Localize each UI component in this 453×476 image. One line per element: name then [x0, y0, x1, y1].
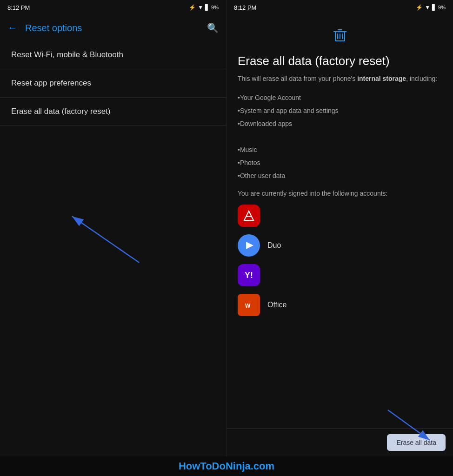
svg-text:W: W: [245, 303, 251, 309]
bullet-system: •System and app data and settings: [238, 104, 442, 117]
bottom-wrapper: Erase all data: [226, 428, 453, 456]
account-yahoo: Y!: [238, 264, 442, 286]
status-icons-left: ⚡ ▼ ▋ 9%: [189, 4, 219, 11]
search-icon[interactable]: 🔍: [207, 22, 219, 33]
menu-list: Reset Wi-Fi, mobile & Bluetooth Reset ap…: [0, 41, 226, 126]
erase-description: This will erase all data from your phone…: [238, 74, 442, 84]
signal-icon-right: ▋: [432, 4, 436, 11]
erase-all-data-button[interactable]: Erase all data: [387, 434, 446, 451]
signal-icon: ▋: [205, 4, 209, 11]
time-right: 8:12 PM: [234, 4, 256, 11]
right-panel: 8:12 PM ⚡ ▼ ▋ 9% Erase a: [226, 0, 453, 456]
left-panel: 8:12 PM ⚡ ▼ ▋ 9% ← Reset options 🔍 Reset…: [0, 0, 226, 456]
account-duo: Duo: [238, 234, 442, 257]
desc-plain: This will erase all data from your phone…: [238, 75, 357, 82]
bullet-userdata: •Other user data: [238, 169, 442, 182]
status-bar-right: 8:12 PM ⚡ ▼ ▋ 9%: [226, 0, 453, 15]
battery-left: 9%: [211, 5, 219, 10]
duo-icon: [238, 234, 260, 257]
back-button[interactable]: ←: [7, 22, 18, 34]
time-left: 8:12 PM: [7, 4, 30, 11]
bottom-bar: Erase all data: [226, 428, 453, 456]
wifi-icon-right: ▼: [425, 4, 430, 11]
menu-container: Reset Wi-Fi, mobile & Bluetooth Reset ap…: [0, 41, 226, 456]
adobe-icon: [238, 205, 260, 227]
bullet-apps: •Downloaded apps: [238, 117, 442, 130]
office-icon: W: [238, 294, 260, 316]
account-adobe: [238, 205, 442, 227]
page-title: Reset options: [25, 23, 200, 33]
menu-item-reset-app[interactable]: Reset app preferences: [0, 69, 226, 98]
wifi-icon: ▼: [198, 4, 203, 11]
status-bar-left: 8:12 PM ⚡ ▼ ▋ 9%: [0, 0, 226, 15]
bluetooth-icon: ⚡: [189, 4, 196, 11]
watermark: HowToDoNinja.com: [0, 456, 453, 476]
yahoo-icon: Y!: [238, 264, 260, 286]
svg-line-1: [72, 216, 140, 263]
toolbar-left: ← Reset options 🔍: [0, 15, 226, 41]
battery-right: 9%: [438, 5, 446, 10]
status-icons-right: ⚡ ▼ ▋ 9%: [416, 4, 446, 11]
bullet-photos: •Photos: [238, 156, 442, 169]
menu-item-reset-wifi[interactable]: Reset Wi-Fi, mobile & Bluetooth: [0, 41, 226, 69]
erase-title: Erase all data (factory reset): [238, 54, 442, 68]
desc-bold: internal storage: [357, 75, 406, 82]
duo-label: Duo: [267, 241, 281, 250]
bullet-google: •Your Google Account: [238, 91, 442, 104]
svg-marker-10: [246, 242, 253, 249]
right-content: Erase all data (factory reset) This will…: [226, 15, 453, 428]
bluetooth-icon-right: ⚡: [416, 4, 423, 11]
svg-marker-8: [244, 211, 253, 220]
bullet-list: •Your Google Account •System and app dat…: [238, 91, 442, 182]
accounts-label: You are currently signed into the follow…: [238, 190, 442, 197]
desc-suffix: , including:: [406, 75, 437, 82]
account-office: W Office: [238, 294, 442, 316]
office-label: Office: [267, 301, 287, 309]
trash-icon: [238, 26, 442, 46]
bullet-music: •Music: [238, 143, 442, 156]
menu-item-erase-data[interactable]: Erase all data (factory reset): [0, 98, 226, 126]
